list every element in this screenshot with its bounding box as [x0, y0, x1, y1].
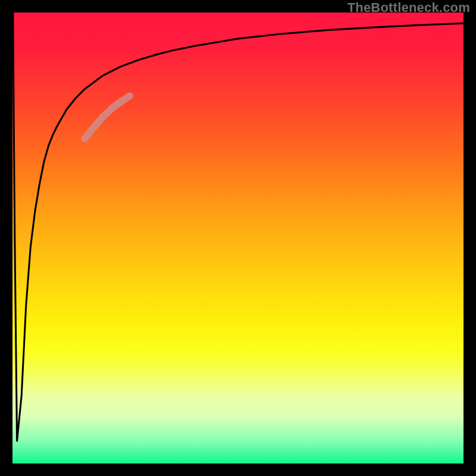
curve-layer	[12, 12, 464, 464]
plot-area	[12, 12, 464, 464]
bottleneck-curve	[13, 12, 464, 441]
chart-frame: TheBottleneck.com	[0, 0, 476, 476]
highlight-segment	[84, 96, 130, 139]
watermark-text: TheBottleneck.com	[347, 0, 470, 15]
